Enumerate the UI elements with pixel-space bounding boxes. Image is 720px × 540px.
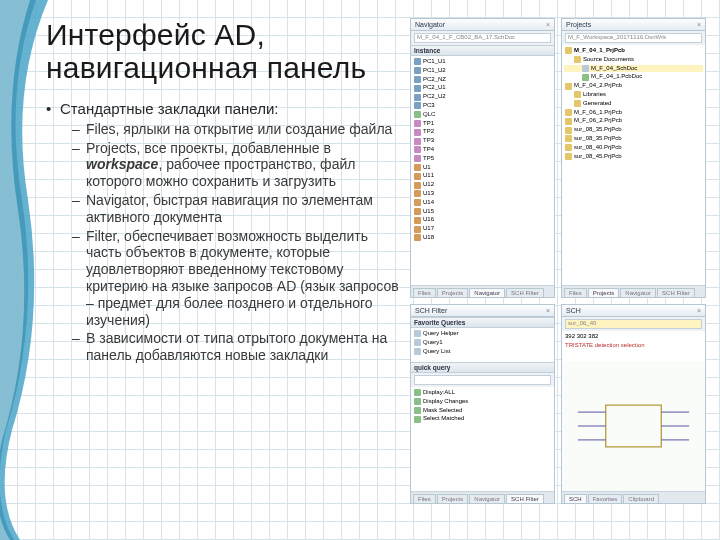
tree-item[interactable]: Libraries <box>583 91 606 99</box>
tree-item[interactable]: M_F_04_1_PrjPcb <box>574 47 625 55</box>
net-icon <box>414 111 421 118</box>
tree-item[interactable]: M_F_04_SchDoc <box>591 65 637 73</box>
tree-item[interactable]: PC1_U1 <box>423 58 446 66</box>
option[interactable]: Display:ALL <box>423 389 455 397</box>
project-icon <box>565 118 572 125</box>
folder-icon <box>574 91 581 98</box>
close-icon[interactable]: × <box>697 307 701 314</box>
query-icon <box>414 330 421 337</box>
panel-sch: SCH × sur_06_40 392 302 382 TRISTATE det… <box>561 304 706 504</box>
pin-icon <box>414 120 421 127</box>
tree-item[interactable]: U17 <box>423 225 434 233</box>
chip-icon <box>414 217 421 224</box>
filter-options: Display:ALL Display Changes Mask Selecte… <box>411 387 554 491</box>
tab-filter[interactable]: SCH Filter <box>506 494 544 503</box>
folder-icon <box>574 100 581 107</box>
panel-title-text: SCH Filter <box>415 307 447 314</box>
query-list: Query Helper Query1 Query List <box>411 328 554 362</box>
tree-item[interactable]: U1 <box>423 164 431 172</box>
tab-navigator[interactable]: Navigator <box>620 288 656 297</box>
tree-item[interactable]: PC2_U1 <box>423 84 446 92</box>
check-icon <box>414 389 421 396</box>
tab-clipboard[interactable]: Clipboard <box>623 494 659 503</box>
tree-item[interactable]: TP3 <box>423 137 434 145</box>
sub-bullet: Filter, обеспечивает возможность выделит… <box>60 228 400 329</box>
query-icon <box>414 348 421 355</box>
tab-filter[interactable]: SCH Filter <box>506 288 544 297</box>
query-icon <box>414 339 421 346</box>
tree-item[interactable]: Generated <box>583 100 611 108</box>
list-item[interactable]: Query List <box>423 348 450 356</box>
tree-item[interactable]: sur_08_45.PrjPcb <box>574 153 622 161</box>
tab-files[interactable]: Files <box>413 288 436 297</box>
tree-item[interactable]: U16 <box>423 216 434 224</box>
tab-projects[interactable]: Projects <box>437 288 469 297</box>
option[interactable]: Display Changes <box>423 398 468 406</box>
section-header: quick query <box>411 362 554 373</box>
project-icon <box>565 127 572 134</box>
panel-header: Projects × <box>562 19 705 31</box>
chip-icon <box>414 164 421 171</box>
tab-sch[interactable]: SCH <box>564 494 587 503</box>
panel-header: SCH × <box>562 305 705 317</box>
tree-item[interactable]: M_F_04_1.PcbDoc <box>591 73 642 81</box>
tree-item[interactable]: U18 <box>423 234 434 242</box>
list-item[interactable]: Query Helper <box>423 330 459 338</box>
tab-projects[interactable]: Projects <box>437 494 469 503</box>
tree-item[interactable]: TP5 <box>423 155 434 163</box>
option[interactable]: Select Matched <box>423 415 464 423</box>
tree-item[interactable]: PC2_U2 <box>423 93 446 101</box>
tab-navigator[interactable]: Navigator <box>469 288 505 297</box>
panel-navigator: Navigator × M_F_04_1_F_CB02_BA_17.SchDoc… <box>410 18 555 298</box>
tree-item[interactable]: PC2_NZ <box>423 76 446 84</box>
search-input[interactable]: sur_06_40 <box>565 319 702 329</box>
project-icon <box>565 153 572 160</box>
tab-files[interactable]: Files <box>413 494 436 503</box>
pin-icon <box>414 138 421 145</box>
tab-files[interactable]: Files <box>564 288 587 297</box>
option[interactable]: Mask Selected <box>423 407 462 415</box>
tree-item[interactable]: TP4 <box>423 146 434 154</box>
close-icon[interactable]: × <box>697 21 701 28</box>
tree-item[interactable]: M_F_06_1.PrjPcb <box>574 109 622 117</box>
tree-item[interactable]: M_F_06_2.PrjPcb <box>574 117 622 125</box>
tree-item[interactable]: PC3 <box>423 102 435 110</box>
tree-item[interactable]: TP1 <box>423 120 434 128</box>
result-row[interactable]: 392 302 382 <box>565 333 598 341</box>
tab-projects[interactable]: Projects <box>588 288 620 297</box>
tree-item[interactable]: QLC <box>423 111 435 119</box>
close-icon[interactable]: × <box>546 21 550 28</box>
tree-item[interactable]: U11 <box>423 172 434 180</box>
tree-item[interactable]: U13 <box>423 190 434 198</box>
tree-item[interactable]: U12 <box>423 181 434 189</box>
folder-icon <box>574 56 581 63</box>
sub-bullet: В зависимости от типа отрытого документа… <box>60 330 400 364</box>
tab-favorites[interactable]: Favorites <box>588 494 623 503</box>
list-item[interactable]: Query1 <box>423 339 443 347</box>
chip-icon <box>414 208 421 215</box>
component-icon <box>414 94 421 101</box>
tree-item[interactable]: M_F_04_2.PrjPcb <box>574 82 622 90</box>
tree-item[interactable]: sur_08_40.PrjPcb <box>574 144 622 152</box>
sub-bullet: Files, ярлыки на открытие или создание ф… <box>60 121 400 138</box>
result-list: 392 302 382 TRISTATE detection selection <box>562 331 705 361</box>
tab-filter[interactable]: SCH Filter <box>657 288 695 297</box>
query-input[interactable] <box>414 375 551 385</box>
chip-icon <box>414 199 421 206</box>
close-icon[interactable]: × <box>546 307 550 314</box>
pin-icon <box>414 155 421 162</box>
chip-icon <box>414 234 421 241</box>
tree-item[interactable]: PC1_U2 <box>423 67 446 75</box>
check-icon <box>414 416 421 423</box>
tree-item[interactable]: Source Documents <box>583 56 634 64</box>
tree-item[interactable]: sur_08_35.PrjPcb <box>574 135 622 143</box>
result-row[interactable]: TRISTATE detection selection <box>565 342 644 350</box>
tree-item[interactable]: U14 <box>423 199 434 207</box>
tree-item[interactable]: U15 <box>423 208 434 216</box>
document-selector[interactable]: M_F_04_1_F_CB02_BA_17.SchDoc <box>414 33 551 43</box>
workspace-selector[interactable]: M_F_Workspace_20171116.DsnWrk <box>565 33 702 43</box>
tab-navigator[interactable]: Navigator <box>469 494 505 503</box>
schematic-preview <box>564 363 703 489</box>
tree-item[interactable]: sur_08_35.PrjPcb <box>574 126 622 134</box>
tree-item[interactable]: TP2 <box>423 128 434 136</box>
